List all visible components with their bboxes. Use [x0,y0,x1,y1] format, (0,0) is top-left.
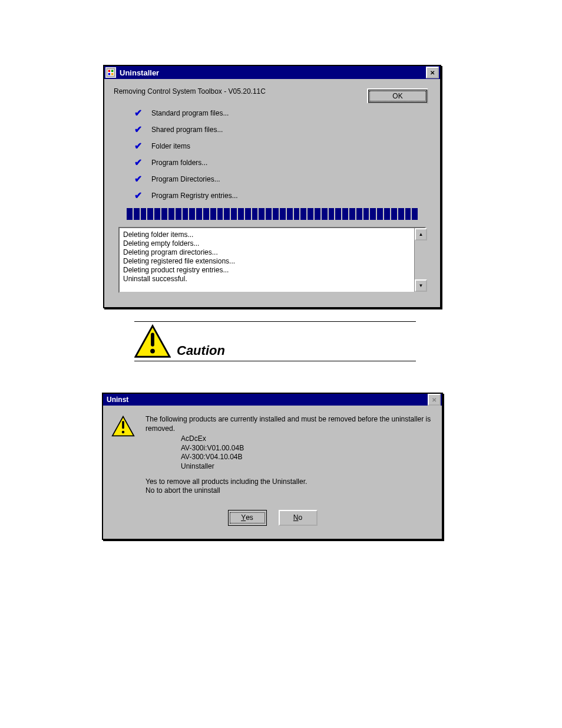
app-icon [105,67,116,78]
checklist-item: ✔Shared program files... [131,124,431,135]
window-body: Removing Control System Toolbox - V05.20… [104,79,440,307]
warning-triangle-icon [134,324,171,360]
progress-bar [127,208,418,220]
scroll-down-button[interactable]: ▼ [415,279,427,292]
svg-rect-4 [111,73,114,75]
checklist-item: ✔Program Directories... [131,173,431,185]
product-item: AV-300i:V01.00.04B [181,444,434,453]
checklist-label: Program folders... [151,159,207,167]
window-title: Uninst [104,396,428,404]
uninst-dialog: Uninst ✕ The following products are curr… [102,393,443,540]
log-content: Deleting folder items... Deleting empty … [120,228,414,292]
scrollbar[interactable]: ▲ ▼ [414,228,425,292]
checklist-item: ✔Standard program files... [131,107,431,118]
check-icon: ✔ [131,107,144,118]
check-icon: ✔ [131,124,144,135]
yes-button[interactable]: Yes [228,510,267,526]
dialog-body: The following products are currently ins… [103,406,442,539]
window-title: Uninstaller [120,68,426,77]
scroll-up-button[interactable]: ▲ [415,228,427,241]
uninstaller-window: Uninstaller ✕ Removing Control System To… [103,65,441,308]
button-row: Yes No [111,510,434,526]
svg-rect-3 [108,73,111,75]
svg-rect-1 [108,70,111,73]
log-textarea: Deleting folder items... Deleting empty … [118,227,426,293]
check-icon: ✔ [131,157,144,168]
close-icon: ✕ [432,397,437,403]
chevron-up-icon: ▲ [419,232,424,237]
checklist-label: Standard program files... [151,109,229,117]
dialog-message: The following products are currently ins… [146,415,434,496]
close-button[interactable]: ✕ [426,67,439,78]
checklist-item: ✔Program folders... [131,157,431,168]
svg-point-10 [122,431,125,434]
close-button-disabled: ✕ [428,394,441,406]
checklist-label: Folder items [151,142,190,150]
title-bar: Uninstaller ✕ [104,66,440,79]
svg-rect-9 [122,421,124,429]
check-icon: ✔ [131,140,144,151]
product-item: AcDcEx [181,434,434,444]
close-icon: ✕ [430,70,435,76]
svg-rect-6 [151,333,154,347]
warning-triangle-icon [111,415,135,437]
checklist-label: Shared program files... [151,126,223,134]
caution-label: Caution [177,343,225,358]
product-item: Uninstaller [181,462,434,472]
checklist-item: ✔Folder items [131,140,431,151]
checklist-label: Program Regristry entries... [151,192,238,200]
checklist-label: Program Directories... [151,175,220,183]
svg-point-7 [150,349,155,354]
checklist-item: ✔Program Regristry entries... [131,190,431,201]
check-icon: ✔ [131,190,144,201]
check-icon: ✔ [131,173,144,185]
title-bar: Uninst ✕ [103,394,442,406]
ok-button[interactable]: OK [367,88,428,104]
product-item: AV-300:V04.10.04B [181,453,434,462]
progress-checklist: ✔Standard program files... ✔Shared progr… [131,107,431,201]
caution-section: Caution [134,321,416,361]
no-button[interactable]: No [279,510,318,526]
chevron-down-icon: ▼ [419,283,424,288]
svg-rect-2 [111,70,114,73]
